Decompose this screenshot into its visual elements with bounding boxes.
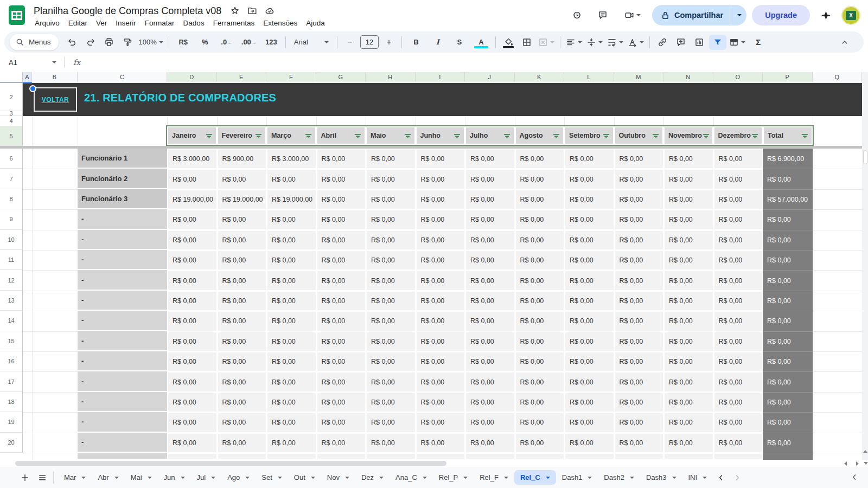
month-value-cell[interactable]: R$ 0,00 [663, 270, 714, 291]
decrease-decimals-button[interactable]: .0← [216, 35, 237, 50]
month-value-cell[interactable]: R$ 0,00 [316, 270, 367, 291]
share-button[interactable]: Compartilhar [652, 5, 746, 25]
month-value-cell[interactable]: R$ 0,00 [217, 250, 267, 271]
borders-button[interactable] [518, 35, 535, 50]
undo-button[interactable] [63, 35, 81, 50]
total-cell[interactable]: R$ 0,00 [763, 412, 813, 432]
month-value-cell[interactable]: R$ 0,00 [663, 209, 714, 230]
sheet-tab-menu-caret[interactable] [114, 477, 119, 479]
menu-inserir[interactable]: Inserir [111, 18, 141, 28]
month-value-cell[interactable]: R$ 0,00 [416, 351, 466, 372]
row-header-20[interactable]: 20 [0, 433, 23, 453]
month-value-cell[interactable]: R$ 0,00 [564, 169, 615, 189]
column-header-P[interactable]: P [763, 72, 813, 82]
month-value-cell[interactable]: R$ 0,00 [266, 270, 317, 291]
month-value-cell[interactable]: R$ 0,00 [316, 392, 367, 413]
month-value-cell[interactable]: R$ 0,00 [663, 291, 714, 311]
month-value-cell[interactable]: R$ 0,00 [663, 392, 714, 413]
month-value-cell[interactable]: R$ 0,00 [266, 230, 317, 251]
month-value-cell[interactable]: R$ 0,00 [366, 209, 416, 230]
month-value-cell[interactable]: R$ 0,00 [663, 311, 714, 331]
hide-toolbar-button[interactable] [836, 35, 853, 50]
month-value-cell[interactable]: R$ 0,00 [416, 331, 466, 352]
month-value-cell[interactable]: R$ 0,00 [465, 392, 515, 413]
month-value-cell[interactable]: R$ 0,00 [217, 433, 267, 453]
month-value-cell[interactable]: R$ 0,00 [465, 331, 515, 352]
month-value-cell[interactable]: R$ 0,00 [366, 371, 416, 392]
total-cell[interactable]: R$ 6.900,00 [763, 149, 813, 169]
sheet-tab-Dash2[interactable]: Dash2 [598, 470, 640, 485]
sheet-tab-Nov[interactable]: Nov [321, 470, 355, 485]
month-value-cell[interactable]: R$ 0,00 [167, 250, 218, 271]
sheet-tab-Rel_P[interactable]: Rel_P [433, 470, 474, 485]
add-sheet-button[interactable] [16, 469, 34, 486]
month-value-cell[interactable]: R$ 0,00 [167, 291, 218, 311]
horizontal-scrollbar-thumb[interactable] [15, 461, 446, 466]
partial-row-value-cell[interactable] [366, 453, 416, 460]
filter-header-Maio[interactable]: Maio [367, 127, 414, 144]
filter-lines-icon[interactable] [702, 132, 710, 140]
row-header-14[interactable]: 14 [0, 311, 23, 331]
month-value-cell[interactable]: R$ 0,00 [663, 169, 714, 189]
total-cell[interactable]: R$ 0,00 [763, 371, 813, 391]
column-header-K[interactable]: K [515, 72, 565, 82]
month-value-cell[interactable]: R$ 0,00 [167, 392, 218, 413]
column-header-D[interactable]: D [167, 72, 217, 82]
partial-row-value-cell[interactable] [167, 453, 218, 460]
banner-region[interactable]: VOLTAR21. RELATÓRIO DE COMPRADORES [23, 83, 862, 116]
buyer-name-cell[interactable]: Funcionário 2 [78, 169, 167, 189]
total-cell[interactable]: R$ 57.000,00 [763, 189, 813, 209]
sheet-tab-menu-caret[interactable] [379, 477, 384, 479]
sheet-tab-Jul[interactable]: Jul [191, 470, 222, 485]
month-value-cell[interactable]: R$ 0,00 [217, 291, 267, 311]
filter-lines-icon[interactable] [205, 132, 213, 140]
functions-button[interactable]: Σ [748, 35, 769, 50]
meet-video-button[interactable] [618, 5, 647, 25]
month-value-cell[interactable]: R$ 0,00 [515, 270, 565, 291]
fill-color-button[interactable] [500, 35, 517, 50]
month-value-cell[interactable]: R$ 0,00 [564, 392, 615, 413]
month-value-cell[interactable]: R$ 0,00 [465, 291, 515, 311]
month-value-cell[interactable]: R$ 0,00 [266, 250, 317, 271]
row-header-9[interactable]: 9 [0, 209, 23, 229]
month-value-cell[interactable]: R$ 0,00 [366, 169, 416, 189]
row-header-4[interactable]: 4 [0, 116, 23, 126]
filter-header-Abril[interactable]: Abril [317, 127, 365, 144]
insert-chart-button[interactable] [691, 35, 708, 50]
partial-row-total-cell[interactable] [763, 453, 813, 460]
bold-button[interactable]: B [406, 35, 426, 50]
month-value-cell[interactable]: R$ 19.000,00 [266, 189, 317, 210]
month-value-cell[interactable]: R$ 0,00 [515, 291, 565, 311]
filter-header-Julho[interactable]: Julho [466, 127, 514, 144]
sheet-tab-Rel_C[interactable]: Rel_C [514, 470, 556, 485]
sheet-tab-menu-caret[interactable] [463, 477, 468, 479]
buyer-name-cell[interactable]: - [78, 331, 167, 351]
month-value-cell[interactable]: R$ 0,00 [416, 230, 466, 251]
voltar-back-button[interactable]: VOLTAR [34, 87, 77, 112]
gemini-sparkle-icon[interactable] [815, 5, 836, 25]
total-cell[interactable]: R$ 0,00 [763, 230, 813, 250]
sheet-tab-Set[interactable]: Set [256, 470, 288, 485]
row-header-18[interactable]: 18 [0, 392, 23, 412]
month-value-cell[interactable]: R$ 0,00 [266, 311, 317, 331]
month-value-cell[interactable]: R$ 0,00 [614, 412, 665, 433]
month-value-cell[interactable]: R$ 0,00 [713, 392, 764, 413]
month-value-cell[interactable]: R$ 0,00 [316, 412, 367, 433]
account-avatar[interactable]: X [841, 6, 860, 25]
month-value-cell[interactable]: R$ 0,00 [167, 351, 218, 372]
month-value-cell[interactable]: R$ 0,00 [713, 291, 764, 311]
month-value-cell[interactable]: R$ 0,00 [614, 351, 665, 372]
month-value-cell[interactable]: R$ 0,00 [564, 250, 615, 271]
text-color-button[interactable]: A [471, 35, 492, 50]
filter-lines-icon[interactable] [602, 132, 610, 140]
upgrade-button[interactable]: Upgrade [752, 5, 810, 25]
column-header-I[interactable]: I [416, 72, 465, 82]
filter-header-Junho[interactable]: Junho [417, 127, 464, 144]
document-title[interactable]: Planilha Google de Compras Completa v08 [34, 5, 221, 17]
partial-row-value-cell[interactable] [564, 453, 615, 460]
sheet-tab-Jun[interactable]: Jun [158, 470, 191, 485]
merge-cells-button[interactable] [537, 35, 556, 50]
row-header-5[interactable]: 5 [0, 126, 23, 146]
month-value-cell[interactable]: R$ 0,00 [614, 270, 665, 291]
month-value-cell[interactable]: R$ 0,00 [663, 412, 714, 433]
